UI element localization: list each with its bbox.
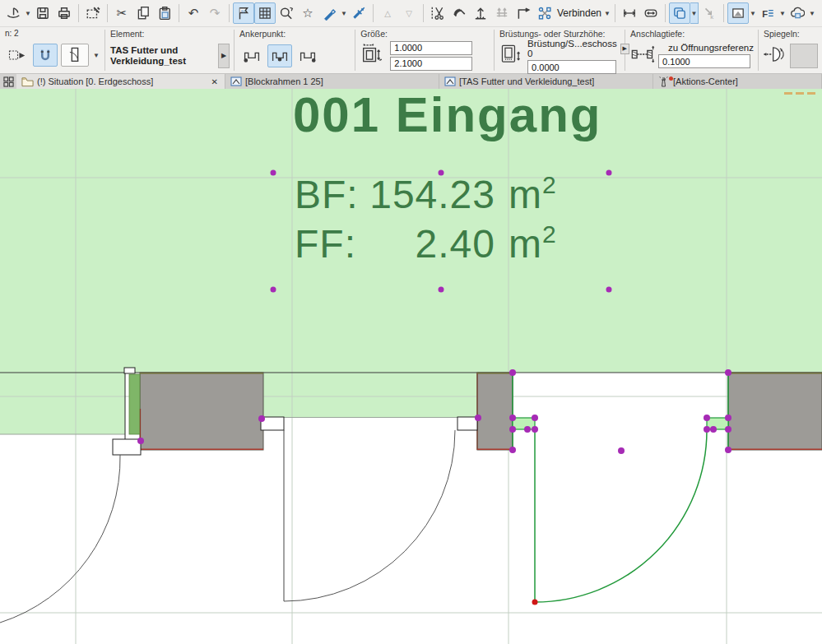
mirror-button[interactable] [790,44,818,68]
door1-jamb[interactable] [113,439,141,455]
pick-element-icon[interactable]: k [699,2,720,24]
trim-icon[interactable] [427,2,448,24]
mirror-icon[interactable] [764,44,787,68]
room-ff-label: FF: [295,222,356,266]
tab-label[interactable]: [TAS Futter und Verkleidung_test] [459,76,594,86]
dimension-icon[interactable] [619,2,640,24]
size-height-input[interactable] [390,57,472,71]
room-ff-value: 2.40 [416,222,495,266]
grid-toggle[interactable] [254,2,276,24]
image-view-caret[interactable]: ▼ [749,10,757,17]
toolbar-separator [373,4,374,22]
door3-selected[interactable] [513,418,728,605]
zoom-select-icon[interactable] [276,2,297,24]
duplicate-layers-icon[interactable] [669,2,690,24]
mirror-label: Spiegeln: [764,29,818,39]
magnet-toggle[interactable] [33,44,58,67]
notification-dot [669,76,673,81]
svg-text:xy: xy [241,8,246,13]
toolbar-separator [229,4,230,22]
element-settings-button[interactable]: ▶ [218,44,230,68]
attribute-list-caret[interactable]: ▼ [778,10,787,17]
element-name-line2: Verkleidung_test [110,56,186,67]
duplicate-layers-caret[interactable]: ▼ [690,2,699,24]
main-tool-icon[interactable] [2,2,24,24]
anchor-left-button[interactable] [239,44,264,67]
door-lining-strip[interactable] [129,374,140,434]
tab-situation[interactable]: (!) Situation [0. Erdgeschoss] ✕ [16,74,225,89]
room-stamp[interactable]: 001 Eingang BF: 154.23 m2 FF: 2.40 m2 [293,89,601,266]
door1-swing[interactable] [0,455,120,623]
marquee-tool-icon[interactable] [82,2,104,24]
tab-label[interactable]: (!) Situation [0. Erdgeschoss] [37,76,153,86]
size-icon [360,42,387,70]
door3-swing [535,430,707,602]
anchor-label: Ankerpunkt: [239,29,351,39]
door-tool-button[interactable] [61,44,89,67]
sill-height-input[interactable] [527,60,616,74]
toolbar-separator [615,4,615,22]
size-width-input[interactable] [390,41,472,55]
door3-jamb-right [707,418,728,429]
copy-icon[interactable] [132,2,154,24]
wall-right[interactable] [728,373,822,450]
favorites-star-icon[interactable]: ☆ [297,2,318,24]
adjust-alt-icon[interactable] [491,2,513,24]
door2-swing [284,430,455,601]
tab-label[interactable]: [Aktions-Center] [673,76,738,86]
verbinden-caret[interactable]: ▼ [603,10,611,17]
main-tool-caret[interactable]: ▼ [24,10,32,17]
cut-icon[interactable]: ✂ [111,2,132,24]
snap-guide-marks [784,92,815,95]
door2[interactable] [284,430,455,601]
stories-label: n: 2 [5,29,100,39]
connect-nodes-icon[interactable] [534,2,555,24]
reveal-depth-input[interactable] [658,54,750,68]
cloud-caret[interactable]: ▼ [808,10,816,17]
door2-jamb-right[interactable] [457,417,477,430]
l-arrow-icon[interactable] [513,2,534,24]
coordinates-flag-toggle[interactable]: xy [233,2,254,24]
door3-jamb-left [513,418,535,429]
adjust-icon[interactable] [470,2,491,24]
sill-reference-value[interactable]: Brüstung/S...eschoss 0 [527,39,617,58]
triangle-down-icon[interactable]: ▽ [398,2,420,24]
inject-syringe-icon[interactable] [348,2,369,24]
tab-label[interactable]: [Blockrahmen 1 25] [245,76,323,86]
verbinden-label[interactable]: Verbinden [555,7,603,19]
undo-icon[interactable]: ↶ [183,2,204,24]
tab-blockrahmen[interactable]: [Blockrahmen 1 25] [225,74,439,89]
tab-close-icon[interactable]: ✕ [210,77,220,86]
tab-aktions-center[interactable]: [Aktions-Center] [653,74,822,89]
sill-label: Brüstungs- oder Sturzhöhe: [499,29,620,39]
redo-icon[interactable]: ↷ [204,2,225,24]
toolbar-separator [665,4,666,22]
print-button[interactable] [53,2,75,24]
door-tool-caret[interactable]: ▼ [92,52,100,59]
marquee-select-button[interactable] [5,44,30,67]
reveal-label: Anschlagtiefe: [630,29,754,39]
pickup-pen-icon[interactable] [318,2,340,24]
svg-text:k: k [710,13,713,21]
save-button[interactable] [32,2,53,24]
pickup-pen-caret[interactable]: ▼ [340,10,348,17]
toolbar-separator [723,4,724,22]
room-bf-label: BF: [295,173,359,216]
dimension-alt-icon[interactable] [640,2,662,24]
cloud-icon[interactable] [787,2,808,24]
room-bf-value: 154.23 [369,173,495,216]
element-label: Element: [110,29,230,39]
image-view-icon[interactable] [727,2,749,24]
split-axe-icon[interactable] [448,2,470,24]
tab-overview-icon[interactable] [0,74,16,89]
attribute-list-icon[interactable]: F [757,2,778,24]
anchor-center-button[interactable] [267,44,292,67]
triangle-up-icon[interactable]: △ [377,2,398,24]
element-section: Element: TAS Futter und Verkleidung_test… [105,27,234,73]
tab-tas-futter[interactable]: [TAS Futter und Verkleidung_test] [439,74,653,89]
anchor-right-button[interactable] [295,44,320,67]
reveal-reference-value: zu Öffnungsreferenz [668,43,754,53]
paste-icon[interactable] [154,2,175,24]
infobox-left-cluster: n: 2 ▼ [0,27,104,73]
drawing-canvas[interactable]: 001 Eingang BF: 154.23 m2 FF: 2.40 m2 [0,89,822,644]
